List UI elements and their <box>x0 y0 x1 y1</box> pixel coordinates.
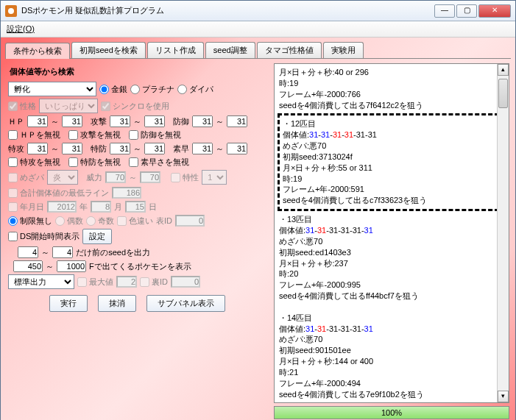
output-panel: 月×日＋分＋秒:40 or 296 時:19 フレーム+年-2000:766 s… <box>274 63 509 403</box>
menu-settings[interactable]: 設定(O) <box>7 24 35 33</box>
spa-label: 特攻 <box>8 143 24 154</box>
sid-check[interactable]: 裏ID <box>140 277 168 288</box>
ability-check[interactable]: 特性 <box>171 172 199 183</box>
limit-none[interactable]: 制限無し <box>8 216 52 227</box>
def-max[interactable] <box>227 115 247 127</box>
spe-min[interactable] <box>192 143 213 154</box>
close-button[interactable]: ✕ <box>478 4 511 18</box>
max-value <box>116 276 137 288</box>
ignore-spd[interactable]: 特防を無視 <box>68 157 121 168</box>
date-check[interactable]: 年月日 <box>8 202 44 213</box>
hp-max[interactable] <box>62 115 82 127</box>
window-title: DSポケモン用 疑似乱数計算プログラム <box>21 5 434 16</box>
hp-min[interactable] <box>27 115 48 127</box>
maximize-button[interactable]: ▢ <box>456 4 477 18</box>
shiny-check[interactable]: 色違い <box>117 216 153 227</box>
output-scrollbar[interactable]: ▴ ▾ <box>497 64 509 402</box>
hp-pow-min <box>105 171 126 183</box>
atk-max[interactable] <box>144 115 165 127</box>
sid-value <box>171 276 200 288</box>
scroll-up-icon[interactable]: ▴ <box>498 64 509 76</box>
section-title: 個体値等から検索 <box>10 66 268 77</box>
seed-range-b[interactable] <box>52 246 73 258</box>
ignore-atk[interactable]: 攻撃を無視 <box>68 129 121 140</box>
month-input <box>91 201 111 213</box>
output-line: フレーム+年-2000:766 <box>279 89 504 100</box>
frame-range-b[interactable] <box>57 260 86 272</box>
tab-bar: 条件から検索 初期seedを検索 リスト作成 seed調整 タマゴ性格値 実験用 <box>5 42 511 59</box>
output-line: 月×日＋分＋秒:40 or 296 <box>279 67 504 78</box>
atk-label: 攻撃 <box>91 116 107 127</box>
titlebar: DSポケモン用 疑似乱数計算プログラム — ▢ ✕ <box>1 1 515 21</box>
spd-max[interactable] <box>144 143 165 154</box>
def-label: 防御 <box>173 116 189 127</box>
output-line: 時:19 <box>279 78 504 89</box>
hidden-power-check[interactable]: めざパ <box>8 172 44 183</box>
tab-seed-adjust[interactable]: seed調整 <box>205 42 255 58</box>
scroll-down-icon[interactable]: ▾ <box>498 391 509 402</box>
output-line: seedを4個消費して出る7f6412c2を狙う <box>279 100 504 111</box>
year-input <box>47 201 77 213</box>
def-min[interactable] <box>192 115 213 127</box>
hp-pow-max <box>140 171 160 183</box>
hidden-type: 炎 <box>47 170 78 185</box>
progress-bar: 100% <box>274 406 509 419</box>
frame-range-a[interactable] <box>13 260 43 272</box>
spd-min[interactable] <box>110 143 130 154</box>
run-button[interactable]: 実行 <box>49 295 88 312</box>
ignore-spe[interactable]: 素早さを無視 <box>129 157 189 168</box>
max-check[interactable]: 最大値 <box>77 277 113 288</box>
scroll-thumb[interactable] <box>498 79 508 108</box>
method-select[interactable]: 孵化 <box>8 82 96 96</box>
ability-select: 1 <box>202 170 227 185</box>
atk-min[interactable] <box>110 115 130 127</box>
ignore-def[interactable]: 防御を無視 <box>129 129 181 140</box>
subpanel-button[interactable]: サブパネル表示 <box>146 295 225 312</box>
tab-search-by-condition[interactable]: 条件から検索 <box>5 43 70 59</box>
dsstart-check[interactable]: DS開始時間表示 <box>8 231 79 242</box>
tab-list-create[interactable]: リスト作成 <box>147 42 204 58</box>
ignore-hp[interactable]: ＨＰを無視 <box>8 129 60 140</box>
version-pt[interactable]: プラチナ <box>130 84 174 95</box>
output-select[interactable]: 標準出力 <box>8 274 74 289</box>
ignore-spa[interactable]: 特攻を無視 <box>8 157 60 168</box>
minimize-button[interactable]: — <box>434 4 455 18</box>
spa-min[interactable] <box>27 143 48 154</box>
tab-search-initial-seed[interactable]: 初期seedを検索 <box>71 42 146 58</box>
tab-experimental[interactable]: 実験用 <box>323 42 364 58</box>
tid-input <box>175 215 205 227</box>
limit-even[interactable]: 偶数 <box>55 216 83 227</box>
dsstart-config-button[interactable]: 設定 <box>82 229 112 244</box>
nature-check[interactable]: 性格 <box>8 101 36 112</box>
seed-range-a[interactable] <box>18 246 38 258</box>
day-input <box>125 201 146 213</box>
spe-max[interactable] <box>227 143 247 154</box>
ivsum-check[interactable]: 合計個体値の最低ライン <box>8 188 109 199</box>
clear-button[interactable]: 抹消 <box>98 295 136 312</box>
svg-point-1 <box>8 8 14 14</box>
version-dp[interactable]: ダイパ <box>177 84 213 95</box>
spa-max[interactable] <box>62 143 82 154</box>
tab-egg-pid[interactable]: タマゴ性格値 <box>257 42 322 58</box>
version-gs[interactable]: 金銀 <box>99 84 127 95</box>
app-icon <box>5 5 17 17</box>
nature-select: いじっぱり <box>39 99 98 113</box>
spd-label: 特防 <box>91 143 107 154</box>
hp-label: ＨＰ <box>8 116 24 127</box>
synchro-check[interactable]: シンクロを使用 <box>101 101 169 112</box>
menubar: 設定(O) <box>1 21 515 38</box>
ivsum-value <box>112 187 141 199</box>
limit-odd[interactable]: 奇数 <box>86 216 114 227</box>
highlighted-result: ・12匹目 個体値:31-31-31-31-31-31 めざパ:悪70 初期se… <box>278 113 506 211</box>
spe-label: 素早 <box>173 143 189 154</box>
